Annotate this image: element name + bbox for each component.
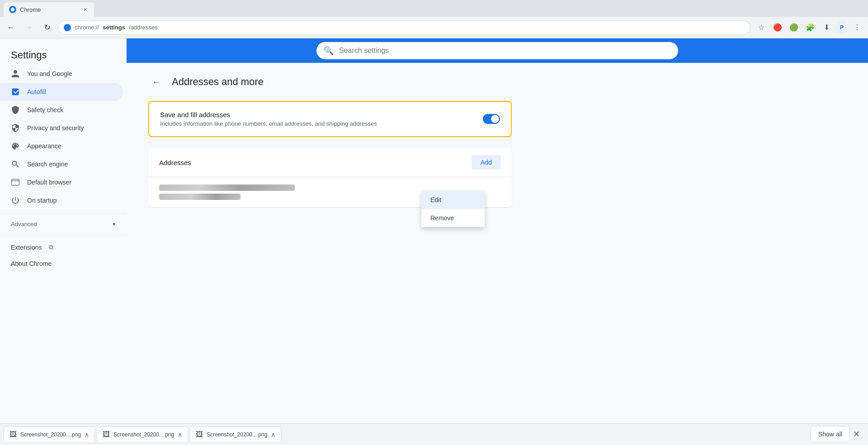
tab-title: Chrome xyxy=(20,6,78,13)
file-icon-3: 🖼 xyxy=(196,431,203,439)
chevron-up-icon-3: ∧ xyxy=(271,431,275,438)
add-address-button[interactable]: Add xyxy=(472,155,501,170)
chevron-down-icon: ▾ xyxy=(113,221,116,227)
save-addresses-toggle[interactable] xyxy=(483,114,500,124)
address-content-blurred xyxy=(159,185,295,200)
save-fill-addresses-card: Save and fill addresses Includes informa… xyxy=(148,101,512,137)
file-icon-1: 🖼 xyxy=(9,431,17,439)
chevron-up-icon-2: ∧ xyxy=(178,431,182,438)
sidebar-item-safety-check[interactable]: Safety check xyxy=(0,101,123,119)
search-bar: 🔍 xyxy=(316,42,678,59)
svg-rect-0 xyxy=(12,179,19,185)
context-menu-remove[interactable]: Remove xyxy=(421,209,485,227)
search-bar-container: 🔍 xyxy=(127,38,868,63)
settings-title: Settings xyxy=(0,42,127,65)
sidebar-item-search-engine[interactable]: Search engine xyxy=(0,155,123,173)
sidebar-item-label: Autofill xyxy=(27,88,46,95)
file-icon-2: 🖼 xyxy=(103,431,110,439)
about-chrome-label: About Chrome xyxy=(11,260,52,267)
main-area: Settings You and Google Autofill Safety … xyxy=(0,38,868,445)
nav-actions: ☆ 🔴 🟢 🧩 ⬇ P ⋮ xyxy=(754,20,864,35)
download-filename-3: Screenshot_20200....png xyxy=(207,431,267,438)
palette-icon xyxy=(11,142,20,151)
content-area: 🔍 ← Addresses and more Save and fill add… xyxy=(127,38,868,445)
address-line-2-blurred xyxy=(159,194,241,200)
menu-button[interactable]: ⋮ xyxy=(850,20,864,35)
sidebar-divider xyxy=(0,213,127,213)
extension-button-4[interactable]: ⬇ xyxy=(819,20,834,35)
advanced-label: Advanced xyxy=(11,221,37,227)
download-filename-1: Screenshot_20200....png xyxy=(20,431,81,438)
bottom-bar: 🖼 Screenshot_20200....png ∧ 🖼 Screenshot… xyxy=(0,423,868,445)
advanced-section[interactable]: Advanced ▾ xyxy=(0,217,127,231)
address-host: settings xyxy=(103,24,125,31)
sidebar-item-default-browser[interactable]: Default browser xyxy=(0,173,123,191)
addresses-header: Addresses Add xyxy=(148,148,512,177)
sidebar-item-on-startup[interactable]: On startup xyxy=(0,191,123,209)
forward-button[interactable]: → xyxy=(22,20,36,35)
active-tab[interactable]: Chrome ✕ xyxy=(4,2,94,17)
page-title: Addresses and more xyxy=(172,76,264,88)
show-all-button[interactable]: Show all xyxy=(811,426,850,442)
extension-button-3[interactable]: 🧩 xyxy=(803,20,817,35)
download-item-3[interactable]: 🖼 Screenshot_20200....png ∧ xyxy=(190,426,281,443)
back-to-autofill-button[interactable]: ← xyxy=(148,74,165,90)
nav-bar: ← → ↻ chrome://settings/addresses ☆ 🔴 🟢 … xyxy=(0,17,868,38)
settings-content: ← Addresses and more Save and fill addre… xyxy=(127,63,533,218)
address-scheme: chrome:// xyxy=(75,24,99,31)
tab-bar: Chrome ✕ xyxy=(0,0,868,17)
sidebar-item-you-google[interactable]: You and Google xyxy=(0,65,123,83)
reload-button[interactable]: ↻ xyxy=(40,20,54,35)
toggle-info: Save and fill addresses Includes informa… xyxy=(160,111,483,127)
address-path: /addresses xyxy=(129,24,158,31)
bookmark-button[interactable]: ☆ xyxy=(754,20,769,35)
sidebar-item-label: Privacy and security xyxy=(27,124,84,132)
address-bar[interactable]: chrome://settings/addresses xyxy=(58,20,750,35)
browser-icon xyxy=(11,178,20,187)
sidebar: Settings You and Google Autofill Safety … xyxy=(0,38,127,445)
extension-button-1[interactable]: 🔴 xyxy=(770,20,785,35)
sidebar-item-appearance[interactable]: Appearance xyxy=(0,137,123,155)
back-arrow-icon: ← xyxy=(152,77,161,87)
browser-frame: Chrome ✕ ← → ↻ chrome://settings/address… xyxy=(0,0,868,445)
sidebar-item-about-chrome[interactable]: About Chrome xyxy=(0,256,127,272)
download-item-2[interactable]: 🖼 Screenshot_20200....png ∧ xyxy=(97,426,188,443)
power-icon xyxy=(11,196,20,205)
chevron-up-icon-1: ∧ xyxy=(85,431,89,438)
address-context-menu: Edit Remove xyxy=(421,191,485,227)
search-settings-input[interactable] xyxy=(339,47,671,55)
page-header: ← Addresses and more xyxy=(148,74,512,90)
sidebar-item-extensions[interactable]: Extensions ⧉ xyxy=(0,239,127,256)
tab-close-button[interactable]: ✕ xyxy=(81,6,89,13)
close-downloads-bar-button[interactable]: ✕ xyxy=(848,426,864,442)
profile-avatar[interactable]: P xyxy=(835,21,848,34)
shield-lock-icon xyxy=(11,123,20,133)
external-link-icon: ⧉ xyxy=(49,243,53,251)
back-button[interactable]: ← xyxy=(4,20,18,35)
addresses-section: Addresses Add Edit Remove xyxy=(148,148,512,207)
sidebar-item-privacy-security[interactable]: Privacy and security xyxy=(0,119,123,137)
shield-icon xyxy=(11,105,20,114)
person-icon xyxy=(11,69,20,78)
sidebar-item-label: Search engine xyxy=(27,161,68,168)
download-filename-2: Screenshot_20200....png xyxy=(113,431,174,438)
extension-button-2[interactable]: 🟢 xyxy=(787,20,801,35)
extensions-label: Extensions xyxy=(11,244,42,251)
sidebar-item-label: Safety check xyxy=(27,106,63,114)
address-line-1-blurred xyxy=(159,185,295,191)
addresses-section-title: Addresses xyxy=(159,159,191,166)
sidebar-item-autofill[interactable]: Autofill xyxy=(0,83,123,101)
context-menu-edit[interactable]: Edit xyxy=(421,191,485,209)
sidebar-item-label: Default browser xyxy=(27,179,71,186)
download-item-1[interactable]: 🖼 Screenshot_20200....png ∧ xyxy=(4,426,95,443)
search-icon xyxy=(11,160,20,169)
toggle-title: Save and fill addresses xyxy=(160,111,483,118)
tab-favicon xyxy=(9,6,16,13)
autofill-icon xyxy=(11,87,20,96)
sidebar-divider-2 xyxy=(0,235,127,235)
site-favicon xyxy=(64,24,71,31)
toggle-description: Includes information like phone numbers,… xyxy=(160,120,483,127)
search-settings-icon: 🔍 xyxy=(324,46,334,56)
sidebar-item-label: You and Google xyxy=(27,70,72,77)
address-list-item-1[interactable]: Edit Remove xyxy=(148,177,512,207)
